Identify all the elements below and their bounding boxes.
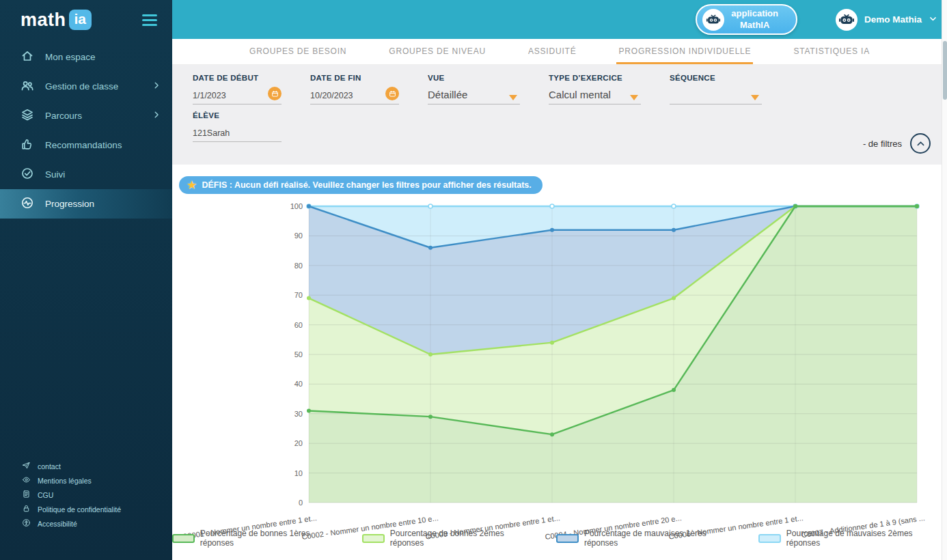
legend-item-mauvaises-2emes[interactable]: Pourcentage de mauvaises 2èmes réponses	[758, 529, 947, 548]
date-fin-input[interactable]: 10/20/2023	[310, 82, 399, 104]
footer-link-label: Mentions légales	[38, 477, 92, 485]
footer-link-label: Accessibilité	[38, 520, 77, 528]
sidebar-item-label: Mon espace	[45, 52, 96, 62]
svg-text:20: 20	[294, 439, 303, 447]
date-fin-value: 10/20/2023	[310, 91, 353, 100]
sidebar-item-label: Parcours	[45, 111, 82, 121]
legend-item-bonnes-2emes[interactable]: Pourcentage de bonnes 2èmes réponses	[362, 529, 538, 548]
document-icon	[22, 490, 31, 500]
main-area: application MathIA Demo Mathia GROUPES D…	[172, 0, 947, 560]
hamburger-menu-icon[interactable]	[142, 12, 157, 29]
paper-plane-icon	[22, 461, 31, 471]
sidebar-item-label: Recommandations	[45, 140, 122, 150]
tab-progression-individuelle[interactable]: PROGRESSION INDIVIDUELLE	[616, 46, 753, 64]
home-icon	[20, 49, 34, 65]
application-mathia-button-label: application MathIA	[731, 8, 778, 31]
app-root: math ia Mon espace Gestion de classe Par…	[0, 0, 947, 560]
date-debut-value: 1/1/2023	[193, 91, 226, 100]
legend-swatch	[758, 534, 781, 543]
tab-groupes-de-besoin[interactable]: GROUPES DE BESOIN	[247, 46, 348, 64]
activity-icon	[20, 196, 34, 212]
chevron-right-icon	[152, 110, 161, 122]
defis-banner: ★ DÉFIS : Aucun défi réalisé. Veuillez c…	[179, 176, 543, 194]
tab-assiduite[interactable]: ASSIDUITÉ	[526, 46, 579, 64]
accessibility-icon	[22, 518, 31, 529]
chevron-down-icon	[751, 95, 759, 100]
check-circle-icon	[20, 167, 34, 182]
svg-text:30: 30	[294, 410, 303, 418]
svg-text:90: 90	[294, 232, 303, 240]
sequence-select[interactable]	[670, 82, 762, 104]
filter-vue: VUE Détaillée	[428, 74, 520, 104]
eleve-input[interactable]: 121Sarah	[193, 120, 282, 142]
thumbs-up-icon	[20, 137, 34, 153]
less-filters-label: - de filtres	[863, 139, 902, 149]
footer-link-contact[interactable]: contact	[22, 459, 172, 473]
sidebar-item-mon-espace[interactable]: Mon espace	[0, 42, 172, 72]
progression-chart: 0102030405060708090100C0001 - Nommer un …	[282, 202, 931, 527]
type-exercice-value: Calcul mental	[549, 89, 611, 100]
legend-item-bonnes-1eres[interactable]: Pourcentage de bonnes 1ères réponses	[172, 529, 344, 548]
svg-text:100: 100	[290, 202, 303, 210]
footer-link-label: Politique de confidentialité	[38, 505, 121, 514]
vertical-scrollbar[interactable]	[942, 0, 947, 560]
footer-link-accessibilite[interactable]: Accessibilité	[22, 516, 172, 531]
lock-icon	[22, 504, 31, 514]
svg-text:50: 50	[294, 350, 303, 359]
top-header: application MathIA Demo Mathia	[172, 0, 947, 39]
filters-row-2: ÉLÈVE 121Sarah	[193, 111, 929, 142]
eleve-value: 121Sarah	[193, 128, 230, 138]
vue-select[interactable]: Détaillée	[428, 82, 520, 104]
sidebar-item-recommandations[interactable]: Recommandations	[0, 130, 172, 160]
sidebar-item-parcours[interactable]: Parcours	[0, 101, 172, 130]
less-filters: - de filtres	[863, 133, 931, 154]
legend-label: Pourcentage de bonnes 2èmes réponses	[390, 529, 538, 548]
chevron-down-icon	[929, 14, 937, 26]
brand-logo-text: math	[20, 10, 66, 31]
filter-date-debut: DATE DE DÉBUT 1/1/2023	[193, 74, 282, 104]
legend-label: Pourcentage de mauvaises 2èmes réponses	[786, 529, 947, 548]
filter-eleve: ÉLÈVE 121Sarah	[193, 111, 282, 142]
sidebar-item-gestion-de-classe[interactable]: Gestion de classe	[0, 72, 172, 101]
tab-bar: GROUPES DE BESOIN GROUPES DE NIVEAU ASSI…	[172, 39, 947, 65]
avatar	[836, 9, 857, 31]
svg-text:0: 0	[299, 499, 303, 507]
brand-logo: math ia	[0, 0, 172, 40]
footer-link-label: contact	[38, 462, 61, 471]
svg-text:40: 40	[294, 380, 303, 388]
user-menu[interactable]: Demo Mathia	[836, 9, 937, 31]
users-icon	[20, 79, 34, 94]
svg-text:80: 80	[294, 262, 303, 270]
filter-type-exercice: TYPE D’EXERCICE Calcul mental	[549, 74, 641, 104]
chevron-right-icon	[152, 81, 161, 92]
eleve-label: ÉLÈVE	[193, 111, 282, 120]
legend-item-mauvaises-1eres[interactable]: Pourcentage de mauvaises 1ères réponses	[556, 529, 741, 548]
calendar-icon[interactable]	[385, 87, 399, 100]
scrollbar-thumb[interactable]	[943, 41, 947, 100]
chevron-down-icon	[630, 95, 638, 100]
footer-link-mentions-legales[interactable]: Mentions légales	[22, 473, 172, 488]
date-debut-input[interactable]: 1/1/2023	[193, 82, 282, 104]
chart-legend: Pourcentage de bonnes 1ères réponses Pou…	[172, 529, 947, 548]
vue-value: Détaillée	[428, 89, 467, 100]
footer-link-cgu[interactable]: CGU	[22, 488, 172, 502]
tab-groupes-de-niveau[interactable]: GROUPES DE NIVEAU	[387, 46, 488, 64]
filters-panel: DATE DE DÉBUT 1/1/2023 DATE DE FIN 10/20…	[172, 65, 947, 165]
calendar-icon[interactable]	[268, 87, 282, 100]
type-exercice-select[interactable]: Calcul mental	[549, 82, 641, 104]
filter-sequence: SÉQUENCE	[670, 74, 762, 104]
footer-link-politique-confidentialite[interactable]: Politique de confidentialité	[22, 502, 172, 516]
layers-icon	[20, 108, 34, 124]
svg-text:10: 10	[294, 469, 303, 477]
sidebar-item-label: Suivi	[45, 169, 65, 180]
legend-label: Pourcentage de mauvaises 1ères réponses	[584, 529, 741, 548]
star-icon: ★	[187, 180, 196, 190]
collapse-filters-button[interactable]	[910, 133, 931, 154]
sidebar-item-suivi[interactable]: Suivi	[0, 160, 172, 189]
legend-swatch	[556, 534, 579, 543]
sidebar-item-progression[interactable]: Progression	[0, 189, 172, 219]
eye-icon	[22, 475, 31, 486]
tab-statistiques-ia[interactable]: STATISTIQUES IA	[791, 46, 872, 64]
legend-label: Pourcentage de bonnes 1ères réponses	[200, 529, 344, 548]
application-mathia-button[interactable]: application MathIA	[696, 4, 797, 35]
